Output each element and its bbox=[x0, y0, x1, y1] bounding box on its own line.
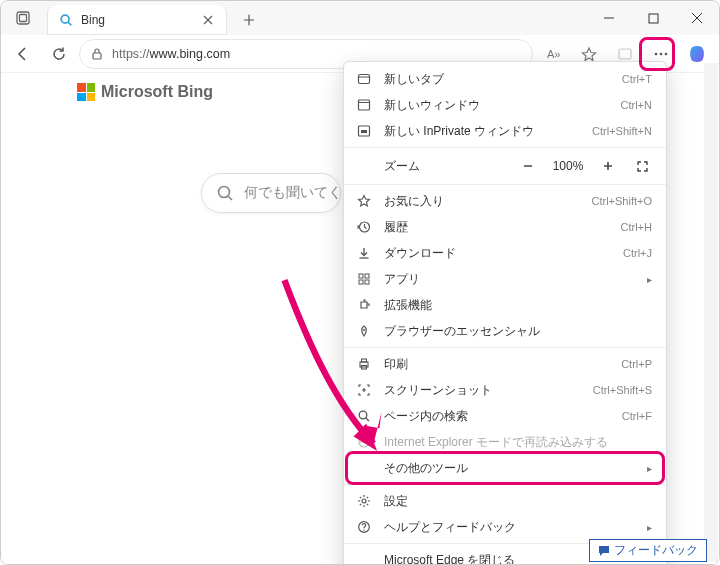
svg-rect-14 bbox=[359, 100, 370, 110]
svg-point-11 bbox=[219, 187, 230, 198]
svg-rect-13 bbox=[359, 75, 370, 84]
menu-item-label: スクリーンショット bbox=[384, 382, 581, 399]
feedback-button[interactable]: フィードバック bbox=[589, 539, 707, 562]
tools-icon bbox=[356, 460, 372, 476]
menu-item-label: ページ内の検索 bbox=[384, 408, 610, 425]
zoom-row: ズーム100% bbox=[344, 151, 666, 181]
essentials-icon bbox=[356, 323, 372, 339]
svg-rect-1 bbox=[20, 15, 27, 22]
menu-item-label: 履歴 bbox=[384, 219, 609, 236]
download-icon bbox=[356, 245, 372, 261]
menu-item-download[interactable]: ダウンロードCtrl+J bbox=[344, 240, 666, 266]
svg-rect-4 bbox=[649, 14, 658, 23]
zoom-label: ズーム bbox=[384, 158, 508, 175]
svg-rect-20 bbox=[359, 280, 363, 284]
svg-rect-24 bbox=[362, 359, 367, 362]
menu-item-ext[interactable]: 拡張機能 bbox=[344, 292, 666, 318]
ext-icon bbox=[356, 297, 372, 313]
menu-item-help[interactable]: ヘルプとフィードバック▸ bbox=[344, 514, 666, 540]
menu-item-label: 印刷 bbox=[384, 356, 609, 373]
menu-item-tab[interactable]: 新しいタブCtrl+T bbox=[344, 66, 666, 92]
chevron-right-icon: ▸ bbox=[647, 274, 652, 285]
menu-item-label: お気に入り bbox=[384, 193, 579, 210]
bing-logo-text: Microsoft Bing bbox=[101, 83, 213, 101]
zoom-in-button[interactable] bbox=[594, 154, 622, 178]
help-icon bbox=[356, 519, 372, 535]
menu-item-shortcut: Ctrl+Shift+N bbox=[592, 125, 652, 137]
microsoft-logo-icon bbox=[77, 83, 95, 101]
refresh-button[interactable] bbox=[43, 38, 75, 70]
menu-item-star[interactable]: お気に入りCtrl+Shift+O bbox=[344, 188, 666, 214]
menu-item-shortcut: Ctrl+J bbox=[623, 247, 652, 259]
svg-point-30 bbox=[363, 529, 364, 530]
svg-line-3 bbox=[68, 22, 71, 25]
new-tab-button[interactable] bbox=[235, 6, 263, 34]
menu-item-window[interactable]: 新しいウィンドウCtrl+N bbox=[344, 92, 666, 118]
menu-item-ie: Internet Explorer モードで再読み込みする bbox=[344, 429, 666, 455]
menu-item-shortcut: Ctrl+N bbox=[621, 99, 652, 111]
titlebar: Bing bbox=[1, 1, 719, 35]
menu-item-label: ヘルプとフィードバック bbox=[384, 519, 635, 536]
menu-item-gear[interactable]: 設定 bbox=[344, 488, 666, 514]
menu-item-find[interactable]: ページ内の検索Ctrl+F bbox=[344, 403, 666, 429]
menu-item-essentials[interactable]: ブラウザーのエッセンシャル bbox=[344, 318, 666, 344]
back-button[interactable] bbox=[7, 38, 39, 70]
screenshot-icon bbox=[356, 382, 372, 398]
svg-text:A»: A» bbox=[547, 48, 560, 60]
menu-item-label: その他のツール bbox=[384, 460, 635, 477]
feedback-label: フィードバック bbox=[614, 542, 698, 559]
menu-item-shortcut: Ctrl+Shift+O bbox=[591, 195, 652, 207]
menu-item-label: 新しいタブ bbox=[384, 71, 610, 88]
chevron-right-icon: ▸ bbox=[647, 522, 652, 533]
browser-tab[interactable]: Bing bbox=[47, 5, 227, 35]
search-icon bbox=[216, 184, 234, 202]
close-window-button[interactable] bbox=[675, 1, 719, 35]
find-icon bbox=[356, 408, 372, 424]
svg-point-28 bbox=[362, 499, 366, 503]
menu-item-inprivate[interactable]: 新しい InPrivate ウィンドウCtrl+Shift+N bbox=[344, 118, 666, 144]
bing-logo[interactable]: Microsoft Bing bbox=[77, 83, 213, 101]
svg-rect-19 bbox=[365, 274, 369, 278]
menu-item-shortcut: Ctrl+P bbox=[621, 358, 652, 370]
menu-item-label: ブラウザーのエッセンシャル bbox=[384, 323, 652, 340]
menu-item-screenshot[interactable]: スクリーンショットCtrl+Shift+S bbox=[344, 377, 666, 403]
menu-item-history[interactable]: 履歴Ctrl+H bbox=[344, 214, 666, 240]
svg-line-12 bbox=[228, 196, 232, 200]
fullscreen-button[interactable] bbox=[628, 154, 656, 178]
menu-item-label: 設定 bbox=[384, 493, 652, 510]
scrollbar[interactable] bbox=[704, 63, 718, 562]
menu-item-shortcut: Ctrl+Shift+S bbox=[593, 384, 652, 396]
speech-bubble-icon bbox=[598, 545, 610, 557]
svg-point-9 bbox=[660, 52, 663, 55]
tab-close-button[interactable] bbox=[201, 13, 215, 27]
window-icon bbox=[356, 97, 372, 113]
more-menu: 新しいタブCtrl+T新しいウィンドウCtrl+N新しい InPrivate ウ… bbox=[343, 61, 667, 565]
menu-item-tools[interactable]: その他のツール▸ bbox=[344, 455, 666, 481]
tab-actions-button[interactable] bbox=[7, 2, 39, 34]
svg-rect-5 bbox=[93, 53, 101, 59]
zoom-value: 100% bbox=[548, 159, 588, 173]
menu-item-label: 拡張機能 bbox=[384, 297, 652, 314]
bing-search-box[interactable]: 何でも聞いてください bbox=[201, 173, 341, 213]
bing-favicon-icon bbox=[59, 13, 73, 27]
menu-item-label: アプリ bbox=[384, 271, 635, 288]
gear-icon bbox=[356, 493, 372, 509]
tab-icon bbox=[356, 71, 372, 87]
window-controls bbox=[587, 1, 719, 35]
svg-rect-7 bbox=[619, 49, 631, 59]
menu-item-print[interactable]: 印刷Ctrl+P bbox=[344, 351, 666, 377]
menu-item-label: ダウンロード bbox=[384, 245, 611, 262]
ie-icon bbox=[356, 434, 372, 450]
zoom-out-button[interactable] bbox=[514, 154, 542, 178]
chevron-right-icon: ▸ bbox=[647, 463, 652, 474]
maximize-button[interactable] bbox=[631, 1, 675, 35]
minimize-button[interactable] bbox=[587, 1, 631, 35]
site-info-icon[interactable] bbox=[90, 47, 104, 61]
star-icon bbox=[356, 193, 372, 209]
svg-rect-0 bbox=[17, 12, 29, 24]
menu-item-shortcut: Ctrl+H bbox=[621, 221, 652, 233]
menu-item-apps[interactable]: アプリ▸ bbox=[344, 266, 666, 292]
svg-point-22 bbox=[363, 329, 365, 331]
menu-item-label: 新しいウィンドウ bbox=[384, 97, 609, 114]
svg-rect-16 bbox=[361, 130, 367, 133]
